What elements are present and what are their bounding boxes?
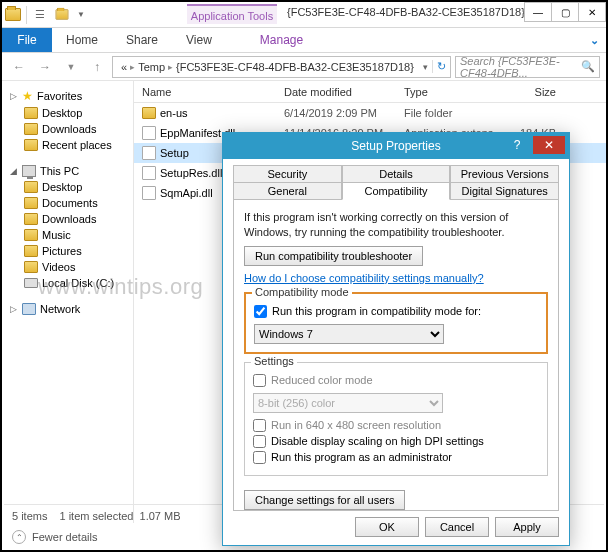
search-input[interactable]: Search {FC53FE3E-CF48-4DFB... 🔍 [455,56,600,78]
compat-mode-group: Compatibility mode Run this program in c… [244,292,548,354]
nav-item-videos[interactable]: Videos [2,259,133,275]
dialog-title: Setup Properties [351,139,440,153]
ribbon-tab-home[interactable]: Home [52,28,112,52]
file-tab[interactable]: File [2,28,52,52]
dialog-help-button[interactable]: ? [505,136,529,154]
tab-digital-signatures[interactable]: Digital Signatures [450,182,559,200]
chevron-up-icon: ⌃ [12,530,26,544]
settings-legend: Settings [251,355,297,367]
disable-dpi-checkbox[interactable]: Disable display scaling on high DPI sett… [253,435,539,448]
ribbon-tab-share[interactable]: Share [112,28,172,52]
compatibility-panel: If this program isn't working correctly … [233,199,559,511]
search-placeholder: Search {FC53FE3E-CF48-4DFB... [460,55,581,79]
tab-details[interactable]: Details [342,165,451,183]
address-row: ← → ▼ ↑ « ▸ Temp ▸ {FC53FE3E-CF48-4DFB-B… [2,53,606,81]
address-bar[interactable]: « ▸ Temp ▸ {FC53FE3E-CF48-4DFB-BA32-CE3E… [112,56,451,78]
dll-icon [142,126,156,140]
address-dropdown-icon[interactable]: ▾ [419,62,432,72]
dialog-buttons: OK Cancel Apply [355,517,559,537]
folder-icon [142,107,156,119]
col-size[interactable]: Size [504,86,564,98]
details-toggle-label: Fewer details [32,531,97,543]
properties-dialog: Setup Properties ? ✕ Security Details Pr… [222,132,570,546]
cancel-button[interactable]: Cancel [425,517,489,537]
compat-mode-check-input[interactable] [254,305,267,318]
window-titlebar: ☰ ▼ Application Tools {FC53FE3E-CF48-4DF… [2,2,606,28]
maximize-button[interactable]: ▢ [551,2,579,22]
col-type[interactable]: Type [404,86,504,98]
refresh-icon[interactable]: ↻ [432,60,446,73]
search-icon: 🔍 [581,60,595,73]
status-count: 5 items [12,510,47,522]
nav-favorites[interactable]: ▷★Favorites [2,87,133,105]
dialog-titlebar: Setup Properties ? ✕ [223,133,569,159]
qat-properties-icon[interactable]: ☰ [29,4,51,26]
col-name[interactable]: Name [134,86,284,98]
nav-item-documents[interactable]: Documents [2,195,133,211]
dll-icon [142,186,156,200]
compat-mode-select[interactable]: Windows 7 [254,324,444,344]
pc-icon [22,165,36,177]
nav-item-music[interactable]: Music [2,227,133,243]
nav-item-localdisk[interactable]: Local Disk (C:) [2,275,133,291]
change-all-users-button[interactable]: Change settings for all users [244,490,405,510]
status-selection: 1 item selected 1.07 MB [59,510,180,522]
app-icon [2,4,24,26]
ribbon-tab-manage[interactable]: Manage [246,28,317,52]
star-icon: ★ [22,89,33,103]
tab-compatibility[interactable]: Compatibility [342,182,451,200]
ribbon-tab-view[interactable]: View [172,28,226,52]
dialog-close-button[interactable]: ✕ [533,136,565,154]
tab-general[interactable]: General [233,182,342,200]
compat-description: If this program isn't working correctly … [244,210,548,240]
apply-button[interactable]: Apply [495,517,559,537]
nav-item-pictures[interactable]: Pictures [2,243,133,259]
qat-customize-icon[interactable]: ▼ [73,10,89,19]
ok-button[interactable]: OK [355,517,419,537]
run-as-admin-checkbox[interactable]: Run this program as an administrator [253,451,539,464]
compat-mode-checkbox[interactable]: Run this program in compatibility mode f… [254,305,538,318]
window-title: {FC53FE3E-CF48-4DFB-BA32-CE3E35187D18} [287,6,525,18]
nav-network[interactable]: ▷Network [2,301,133,317]
low-res-checkbox[interactable]: Run in 640 x 480 screen resolution [253,419,539,432]
file-row[interactable]: en-us6/14/2019 2:09 PMFile folder [134,103,606,123]
tab-security[interactable]: Security [233,165,342,183]
breadcrumb[interactable]: {FC53FE3E-CF48-4DFB-BA32-CE3E35187D18} [176,61,414,73]
ribbon: File Home Share View Manage ⌄ [2,28,606,53]
exe-icon [142,146,156,160]
troubleshoot-button[interactable]: Run compatibility troubleshooter [244,246,423,266]
dll-icon [142,166,156,180]
compat-help-link[interactable]: How do I choose compatibility settings m… [244,272,484,284]
forward-button[interactable]: → [34,56,56,78]
tab-strip: Security Details Previous Versions Gener… [233,165,559,199]
tab-previous-versions[interactable]: Previous Versions [450,165,559,183]
nav-item-desktop[interactable]: Desktop [2,105,133,121]
compat-mode-legend: Compatibility mode [252,286,352,298]
nav-item-downloads[interactable]: Downloads [2,121,133,137]
nav-thispc[interactable]: ◢This PC [2,163,133,179]
column-headers: Name Date modified Type Size [134,81,606,103]
minimize-button[interactable]: — [524,2,552,22]
disk-icon [24,278,38,288]
network-icon [22,303,36,315]
col-date[interactable]: Date modified [284,86,404,98]
nav-item-recent[interactable]: Recent places [2,137,133,153]
ribbon-help-icon[interactable]: ⌄ [582,28,606,52]
breadcrumb[interactable]: Temp [138,61,165,73]
nav-item-downloads2[interactable]: Downloads [2,211,133,227]
recent-locations-button[interactable]: ▼ [60,56,82,78]
color-depth-select: 8-bit (256) color [253,393,443,413]
qat-newfolder-icon[interactable] [51,4,73,26]
contextual-tab-label: Application Tools [187,4,277,24]
up-button[interactable]: ↑ [86,56,108,78]
navigation-pane: ▷★Favorites Desktop Downloads Recent pla… [2,81,134,523]
settings-group: Settings Reduced color mode 8-bit (256) … [244,362,548,476]
close-button[interactable]: ✕ [578,2,606,22]
back-button[interactable]: ← [8,56,30,78]
reduced-color-checkbox[interactable]: Reduced color mode [253,374,539,387]
nav-item-desktop2[interactable]: Desktop [2,179,133,195]
